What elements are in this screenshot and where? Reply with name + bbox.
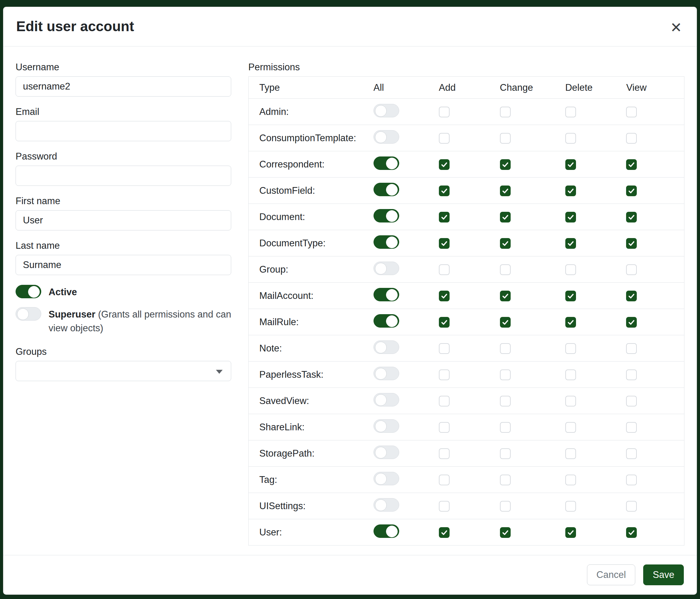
permission-add-checkbox[interactable] bbox=[439, 107, 450, 117]
permission-add-checkbox[interactable] bbox=[439, 475, 450, 485]
permission-change-checkbox[interactable] bbox=[500, 501, 511, 511]
permission-delete-checkbox[interactable] bbox=[565, 396, 576, 406]
permission-add-checkbox[interactable] bbox=[439, 369, 450, 380]
permission-change-checkbox[interactable] bbox=[500, 396, 511, 406]
permission-view-checkbox[interactable] bbox=[626, 369, 637, 380]
permission-delete-checkbox[interactable] bbox=[565, 264, 576, 275]
permission-type-label: Document: bbox=[249, 204, 366, 230]
permission-all-toggle[interactable] bbox=[374, 262, 399, 275]
permission-view-checkbox[interactable] bbox=[626, 422, 637, 433]
permission-delete-checkbox[interactable] bbox=[565, 475, 576, 485]
permission-add-checkbox[interactable] bbox=[439, 186, 450, 196]
active-toggle[interactable] bbox=[16, 285, 41, 298]
permission-add-checkbox[interactable] bbox=[439, 422, 450, 433]
permission-view-checkbox[interactable] bbox=[626, 107, 637, 117]
permission-view-checkbox[interactable] bbox=[626, 264, 637, 275]
permission-change-checkbox[interactable] bbox=[500, 133, 511, 144]
permission-delete-checkbox[interactable] bbox=[565, 107, 576, 117]
permission-add-checkbox[interactable] bbox=[439, 212, 450, 222]
permission-change-checkbox[interactable] bbox=[500, 186, 511, 196]
permission-all-toggle[interactable] bbox=[374, 524, 399, 538]
permission-change-checkbox[interactable] bbox=[500, 527, 511, 538]
username-input[interactable] bbox=[16, 76, 231, 97]
permission-view-checkbox[interactable] bbox=[626, 186, 637, 196]
permission-change-checkbox[interactable] bbox=[500, 448, 511, 459]
permission-all-toggle[interactable] bbox=[374, 209, 399, 222]
permission-delete-checkbox[interactable] bbox=[565, 291, 576, 301]
cancel-button[interactable]: Cancel bbox=[587, 565, 635, 585]
permission-all-toggle[interactable] bbox=[374, 235, 399, 249]
permission-delete-checkbox[interactable] bbox=[565, 448, 576, 459]
permission-add-checkbox[interactable] bbox=[439, 317, 450, 328]
permission-all-toggle[interactable] bbox=[374, 183, 399, 196]
permission-delete-checkbox[interactable] bbox=[565, 186, 576, 196]
permission-view-checkbox[interactable] bbox=[626, 396, 637, 406]
permission-add-checkbox[interactable] bbox=[439, 133, 450, 144]
permission-change-checkbox[interactable] bbox=[500, 343, 511, 354]
groups-select[interactable] bbox=[16, 361, 231, 381]
permission-change-checkbox[interactable] bbox=[500, 212, 511, 222]
permission-change-checkbox[interactable] bbox=[500, 107, 511, 117]
permission-all-toggle[interactable] bbox=[374, 498, 399, 511]
permission-view-checkbox[interactable] bbox=[626, 133, 637, 144]
permission-all-toggle[interactable] bbox=[374, 157, 399, 170]
permission-view-checkbox[interactable] bbox=[626, 501, 637, 511]
permission-add-checkbox[interactable] bbox=[439, 501, 450, 511]
permission-add-checkbox[interactable] bbox=[439, 238, 450, 249]
permission-type-label: MailRule: bbox=[249, 309, 366, 335]
permission-add-checkbox[interactable] bbox=[439, 343, 450, 354]
permission-all-toggle[interactable] bbox=[374, 314, 399, 328]
permission-view-checkbox[interactable] bbox=[626, 527, 637, 538]
permission-view-checkbox[interactable] bbox=[626, 448, 637, 459]
permission-all-toggle[interactable] bbox=[374, 419, 399, 433]
permission-view-checkbox[interactable] bbox=[626, 317, 637, 328]
permission-all-toggle[interactable] bbox=[374, 130, 399, 144]
permission-all-toggle[interactable] bbox=[374, 288, 399, 301]
permission-change-checkbox[interactable] bbox=[500, 422, 511, 433]
permission-add-checkbox[interactable] bbox=[439, 527, 450, 538]
permission-add-checkbox[interactable] bbox=[439, 291, 450, 301]
permission-view-checkbox[interactable] bbox=[626, 475, 637, 485]
permission-add-checkbox[interactable] bbox=[439, 264, 450, 275]
permission-view-checkbox[interactable] bbox=[626, 238, 637, 249]
permission-change-checkbox[interactable] bbox=[500, 475, 511, 485]
permission-delete-checkbox[interactable] bbox=[565, 422, 576, 433]
permission-delete-checkbox[interactable] bbox=[565, 133, 576, 144]
permission-all-toggle[interactable] bbox=[374, 393, 399, 406]
password-input[interactable] bbox=[16, 166, 231, 186]
permission-view-checkbox[interactable] bbox=[626, 291, 637, 301]
permission-delete-checkbox[interactable] bbox=[565, 501, 576, 511]
permission-all-toggle[interactable] bbox=[374, 367, 399, 380]
permission-all-toggle[interactable] bbox=[374, 340, 399, 354]
permission-delete-checkbox[interactable] bbox=[565, 212, 576, 222]
save-button[interactable]: Save bbox=[643, 565, 684, 585]
permission-row: CustomField: bbox=[249, 177, 684, 204]
permission-change-checkbox[interactable] bbox=[500, 291, 511, 301]
superuser-toggle[interactable] bbox=[16, 307, 41, 320]
permission-change-checkbox[interactable] bbox=[500, 238, 511, 249]
permission-view-checkbox[interactable] bbox=[626, 159, 637, 170]
permission-view-checkbox[interactable] bbox=[626, 212, 637, 222]
permission-all-toggle[interactable] bbox=[374, 446, 399, 459]
email-input[interactable] bbox=[16, 121, 231, 141]
permission-delete-checkbox[interactable] bbox=[565, 238, 576, 249]
permission-change-checkbox[interactable] bbox=[500, 369, 511, 380]
close-button[interactable]: ✕ bbox=[669, 18, 683, 37]
first-name-input[interactable] bbox=[16, 210, 231, 231]
permission-view-checkbox[interactable] bbox=[626, 343, 637, 354]
permission-delete-checkbox[interactable] bbox=[565, 159, 576, 170]
permission-all-toggle[interactable] bbox=[374, 104, 399, 117]
permission-all-toggle[interactable] bbox=[374, 472, 399, 485]
permission-add-checkbox[interactable] bbox=[439, 448, 450, 459]
permission-delete-checkbox[interactable] bbox=[565, 369, 576, 380]
permission-add-checkbox[interactable] bbox=[439, 159, 450, 170]
permission-type-label: UISettings: bbox=[249, 493, 366, 519]
permission-change-checkbox[interactable] bbox=[500, 159, 511, 170]
last-name-input[interactable] bbox=[16, 255, 231, 275]
permission-change-checkbox[interactable] bbox=[500, 264, 511, 275]
permission-delete-checkbox[interactable] bbox=[565, 343, 576, 354]
permission-delete-checkbox[interactable] bbox=[565, 527, 576, 538]
permission-change-checkbox[interactable] bbox=[500, 317, 511, 328]
permission-add-checkbox[interactable] bbox=[439, 396, 450, 406]
permission-delete-checkbox[interactable] bbox=[565, 317, 576, 328]
